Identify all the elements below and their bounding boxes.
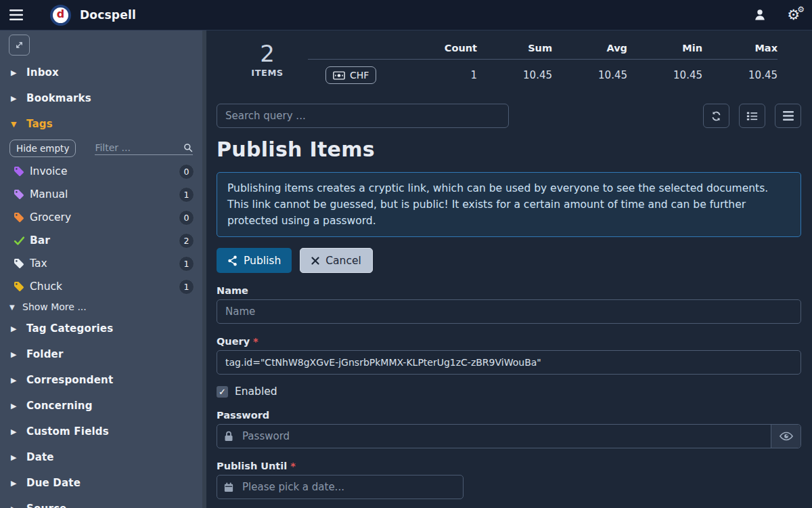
- tag-name: Chuck: [30, 280, 179, 293]
- tag-filter-input[interactable]: [95, 142, 183, 153]
- publish-until-date-input[interactable]: [217, 475, 464, 499]
- stats-header-count: Count: [402, 39, 477, 60]
- stats-header-min: Min: [627, 39, 702, 60]
- chevron-right-icon: ▶: [11, 402, 20, 410]
- chevron-right-icon: ▶: [11, 505, 20, 508]
- chevron-right-icon: ▶: [11, 376, 20, 385]
- publish-button[interactable]: Publish: [217, 248, 292, 273]
- sidebar-item-folder[interactable]: ▶ Folder: [0, 341, 202, 367]
- sidebar-item-label: Bookmarks: [26, 92, 91, 104]
- stats-header-avg: Avg: [552, 39, 627, 60]
- page-title: Publish Items: [217, 137, 801, 161]
- tag-icon: [14, 212, 25, 224]
- stats-cell-currency: CHF: [308, 60, 402, 91]
- enabled-checkbox[interactable]: ✓ Enabled: [217, 385, 277, 398]
- sidebar-item-label: Custom Fields: [26, 425, 109, 438]
- cancel-button[interactable]: Cancel: [300, 248, 373, 273]
- share-icon: [227, 255, 238, 266]
- password-input[interactable]: [217, 424, 801, 448]
- stats-header-max: Max: [702, 39, 777, 60]
- sidebar-item-date[interactable]: ▶ Date: [0, 444, 202, 470]
- sidebar-item-correspondent[interactable]: ▶ Correspondent: [0, 367, 202, 393]
- chevron-right-icon: ▶: [11, 68, 20, 77]
- expand-arrows-icon: [14, 40, 24, 50]
- publish-until-label-text: Publish Until: [217, 461, 287, 471]
- tag-item-manual[interactable]: Manual 1: [0, 183, 202, 206]
- tag-item-grocery[interactable]: Grocery 0: [0, 206, 202, 229]
- app-title: Docspell: [80, 8, 136, 22]
- money-bill-icon: [333, 71, 345, 80]
- sidebar-item-label: Tags: [26, 118, 53, 130]
- chevron-down-icon: ▼: [9, 303, 19, 311]
- tag-count-badge: 2: [179, 233, 194, 249]
- collapse-sidebar-button[interactable]: [9, 35, 30, 56]
- tag-name: Invoice: [30, 165, 179, 177]
- menu-toggle-button[interactable]: [3, 0, 30, 30]
- search-icon: [183, 143, 193, 152]
- sidebar-item-inbox[interactable]: ▶ Inbox: [0, 60, 202, 85]
- calendar-icon: [224, 482, 233, 492]
- item-count-label: ITEMS: [230, 68, 304, 78]
- tag-count-badge: 1: [179, 256, 194, 272]
- show-more-tags[interactable]: ▼ Show More ...: [0, 298, 202, 316]
- tag-item-bar[interactable]: Bar 2: [0, 229, 202, 252]
- search-toolbar: [217, 104, 801, 128]
- sidebar-item-due-date[interactable]: ▶ Due Date: [0, 470, 202, 496]
- sidebar-item-label: Correspondent: [26, 374, 113, 386]
- item-count-value: 2: [230, 41, 304, 66]
- eye-icon: [780, 431, 793, 441]
- query-label-text: Query: [217, 336, 250, 347]
- body-row: ▶ Inbox ▶ Bookmarks ▼ Tags Hide empty: [0, 30, 812, 508]
- sidebar-item-concerning[interactable]: ▶ Concerning: [0, 393, 202, 419]
- stats-header-currency: [308, 39, 402, 60]
- select-mode-button[interactable]: [739, 104, 765, 128]
- check-icon: [14, 235, 25, 247]
- tags-toolbar: Hide empty: [0, 137, 202, 160]
- user-account-icon[interactable]: [753, 8, 767, 22]
- sidebar-item-tag-categories[interactable]: ▶ Tag Categories: [0, 316, 202, 341]
- currency-stats: Count Sum Avg Min Max: [308, 39, 801, 91]
- tag-item-chuck[interactable]: Chuck 1: [0, 275, 202, 298]
- chevron-right-icon: ▶: [11, 479, 20, 488]
- sidebar-item-label: Inbox: [26, 66, 59, 79]
- sidebar-item-source[interactable]: ▶ Source: [0, 496, 202, 508]
- search-query-input[interactable]: [217, 104, 509, 128]
- stats-cell-min: 10.45: [627, 60, 702, 91]
- toggle-password-visibility-button[interactable]: [771, 425, 800, 448]
- chevron-down-icon: ▼: [11, 120, 20, 129]
- hide-empty-button[interactable]: Hide empty: [9, 140, 76, 157]
- tag-item-tax[interactable]: Tax 1: [0, 252, 202, 275]
- query-input[interactable]: [217, 350, 801, 375]
- menu-button[interactable]: [775, 104, 801, 128]
- sidebar-item-custom-fields[interactable]: ▶ Custom Fields: [0, 419, 202, 444]
- required-marker: *: [290, 461, 296, 471]
- stats-row: 2 ITEMS Count Sum Avg Min Max: [217, 30, 801, 98]
- stats-header-row: Count Sum Avg Min Max: [308, 39, 777, 60]
- list-check-icon: [746, 110, 758, 122]
- sidebar-item-label: Concerning: [26, 400, 93, 412]
- name-input[interactable]: [217, 299, 801, 324]
- password-label-text: Password: [217, 410, 269, 421]
- publish-info-note: Publishing items creates a cryptic link,…: [217, 172, 801, 237]
- sidebar-item-tags[interactable]: ▼ Tags: [0, 111, 202, 137]
- tag-item-invoice[interactable]: Invoice 0: [0, 160, 202, 183]
- tag-count-badge: 1: [179, 279, 194, 295]
- sidebar-item-label: Tag Categories: [26, 322, 113, 335]
- chevron-right-icon: ▶: [11, 427, 20, 436]
- currency-code: CHF: [350, 70, 369, 81]
- small-gear-icon: ⚙: [797, 5, 805, 14]
- logo-letter: d: [57, 9, 64, 20]
- settings-gears-icon[interactable]: ⚙⚙: [787, 8, 800, 22]
- password-input-wrap: [217, 424, 801, 448]
- sidebar-item-label: Due Date: [26, 477, 81, 489]
- tag-icon: [14, 258, 25, 270]
- show-more-label: Show More ...: [22, 301, 87, 312]
- sidebar-item-bookmarks[interactable]: ▶ Bookmarks: [0, 85, 202, 111]
- refresh-button[interactable]: [703, 104, 729, 128]
- password-label: Password: [217, 410, 801, 421]
- sidebar: ▶ Inbox ▶ Bookmarks ▼ Tags Hide empty: [0, 30, 206, 508]
- tag-filter: [95, 142, 193, 155]
- tag-name: Manual: [30, 188, 179, 200]
- name-label-text: Name: [217, 285, 248, 296]
- password-field-group: Password: [217, 410, 801, 448]
